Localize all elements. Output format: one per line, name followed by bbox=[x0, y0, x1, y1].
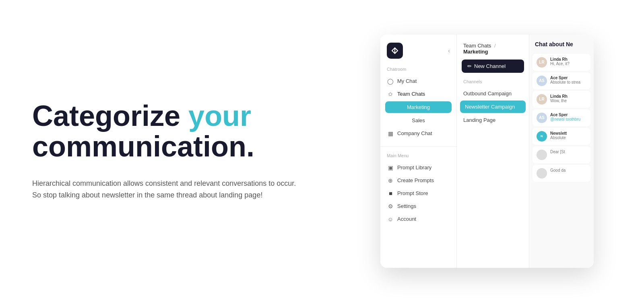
new-channel-label: New Channel bbox=[474, 63, 506, 69]
marketing-item[interactable]: Marketing bbox=[385, 101, 452, 113]
prompt-store-label: Prompt Store bbox=[397, 190, 428, 196]
msg-text-1: Hi, Ace, it? bbox=[550, 62, 586, 66]
team-chats-item[interactable]: ✩ Team Chats bbox=[380, 88, 456, 101]
company-chat-label: Company Chat bbox=[397, 130, 432, 136]
msg-text-3: Wow, the bbox=[550, 99, 586, 103]
message-content-5: Newslett Absolute bbox=[550, 131, 586, 140]
message-3: LR Linda Rh Wow, the bbox=[533, 91, 590, 108]
message-6: Dear [St bbox=[533, 146, 590, 163]
team-chats-label: Team Chats bbox=[397, 91, 425, 97]
breadcrumb-parent: Team Chats bbox=[463, 43, 491, 49]
settings-item[interactable]: ⚙ Settings bbox=[380, 200, 456, 213]
avatar-7 bbox=[537, 168, 547, 179]
account-item[interactable]: ☺ Account bbox=[380, 213, 456, 226]
msg-name-3: Linda Rh bbox=[550, 94, 586, 99]
message-7: Good da bbox=[533, 165, 590, 182]
prompt-library-icon: ▣ bbox=[387, 164, 394, 171]
prompt-store-item[interactable]: ◾ Prompt Store bbox=[380, 187, 456, 200]
channel-newsletter-label: Newsletter Campaign bbox=[465, 104, 515, 110]
message-content-1: Linda Rh Hi, Ace, it? bbox=[550, 57, 586, 66]
right-section: ‹ Chatroom ◯ My Chat ✩ Team Chats Market… bbox=[346, 0, 644, 302]
sidebar-logo-area: ‹ bbox=[380, 43, 456, 67]
channels-label: Channels bbox=[457, 79, 529, 87]
msg-text-5: Absolute bbox=[550, 136, 586, 140]
middle-panel: Team Chats / Marketing ✏ New Channel Cha… bbox=[457, 35, 529, 268]
my-chat-item[interactable]: ◯ My Chat bbox=[380, 75, 456, 88]
settings-label: Settings bbox=[397, 203, 416, 209]
channel-landing[interactable]: Landing Page bbox=[457, 114, 529, 126]
avatar-linda-2: LR bbox=[537, 94, 547, 105]
avatar-newsletter: N bbox=[537, 131, 547, 142]
breadcrumb-child: Marketing bbox=[463, 49, 488, 55]
message-content-2: Ace Sper Absolute to strea bbox=[550, 76, 586, 84]
headline-part3: communication. bbox=[32, 130, 254, 162]
channel-landing-label: Landing Page bbox=[463, 117, 495, 123]
account-icon: ☺ bbox=[387, 216, 394, 222]
message-content-3: Linda Rh Wow, the bbox=[550, 94, 586, 103]
message-2: AS Ace Sper Absolute to strea bbox=[533, 72, 590, 89]
new-channel-button[interactable]: ✏ New Channel bbox=[462, 60, 524, 73]
msg-text-4: @newsl toothbru bbox=[550, 117, 586, 121]
settings-icon: ⚙ bbox=[387, 203, 394, 210]
headline: Categorize your communication. bbox=[32, 101, 314, 162]
team-chats-icon: ✩ bbox=[387, 91, 394, 97]
sales-label: Sales bbox=[412, 117, 425, 123]
chat-panel-header: Chat about Ne bbox=[529, 41, 594, 53]
sales-item[interactable]: Sales bbox=[385, 115, 452, 126]
create-prompts-icon: ⊕ bbox=[387, 177, 394, 184]
channel-outbound[interactable]: Outbound Campaign bbox=[457, 87, 529, 100]
chat-panel: Chat about Ne LR Linda Rh Hi, Ace, it? A… bbox=[529, 35, 594, 268]
message-content-7: Good da bbox=[550, 168, 586, 173]
message-content-4: Ace Sper @newsl toothbru bbox=[550, 113, 586, 121]
msg-text-7: Good da bbox=[550, 168, 586, 173]
message-5: N Newslett Absolute bbox=[533, 128, 590, 145]
avatar-6 bbox=[537, 150, 547, 160]
message-4: AS Ace Sper @newsl toothbru bbox=[533, 109, 590, 126]
collapse-button[interactable]: ‹ bbox=[448, 47, 450, 54]
marketing-label: Marketing bbox=[407, 104, 430, 110]
company-chat-item[interactable]: ▦ Company Chat bbox=[380, 127, 456, 140]
create-prompts-item[interactable]: ⊕ Create Prompts bbox=[380, 174, 456, 187]
breadcrumb: Team Chats / Marketing bbox=[457, 43, 529, 60]
prompt-library-label: Prompt Library bbox=[397, 164, 431, 171]
create-prompts-label: Create Prompts bbox=[397, 177, 434, 183]
channel-outbound-label: Outbound Campaign bbox=[463, 90, 512, 97]
msg-name-2: Ace Sper bbox=[550, 76, 586, 80]
app-logo-icon bbox=[387, 43, 403, 59]
new-channel-icon: ✏ bbox=[467, 63, 472, 69]
avatar-ace-2: AS bbox=[537, 113, 547, 123]
msg-text-2: Absolute to strea bbox=[550, 80, 586, 84]
msg-name-5: Newslett bbox=[550, 131, 586, 136]
sidebar-divider bbox=[380, 146, 456, 147]
app-mockup: ‹ Chatroom ◯ My Chat ✩ Team Chats Market… bbox=[380, 35, 594, 268]
avatar-linda-1: LR bbox=[537, 57, 547, 68]
sidebar: ‹ Chatroom ◯ My Chat ✩ Team Chats Market… bbox=[380, 35, 457, 268]
main-menu-label: Main Menu bbox=[380, 153, 456, 161]
prompt-store-icon: ◾ bbox=[387, 190, 394, 197]
msg-name-4: Ace Sper bbox=[550, 113, 586, 117]
avatar-ace-1: AS bbox=[537, 76, 547, 86]
my-chat-icon: ◯ bbox=[387, 78, 394, 84]
message-1: LR Linda Rh Hi, Ace, it? bbox=[533, 54, 590, 71]
headline-part2: your bbox=[188, 100, 251, 132]
channel-newsletter[interactable]: Newsletter Campaign bbox=[460, 101, 526, 113]
breadcrumb-separator: / bbox=[494, 43, 496, 49]
account-label: Account bbox=[397, 216, 416, 222]
my-chat-label: My Chat bbox=[397, 78, 417, 84]
headline-part1: Categorize bbox=[32, 100, 188, 132]
subtext: Hierarchical communication allows consis… bbox=[32, 178, 298, 201]
chatroom-section-label: Chatroom bbox=[380, 67, 456, 75]
msg-name-1: Linda Rh bbox=[550, 57, 586, 62]
left-section: Categorize your communication. Hierarchi… bbox=[0, 77, 346, 225]
company-chat-icon: ▦ bbox=[387, 130, 394, 137]
message-content-6: Dear [St bbox=[550, 150, 586, 154]
msg-text-6: Dear [St bbox=[550, 150, 586, 154]
prompt-library-item[interactable]: ▣ Prompt Library bbox=[380, 161, 456, 174]
